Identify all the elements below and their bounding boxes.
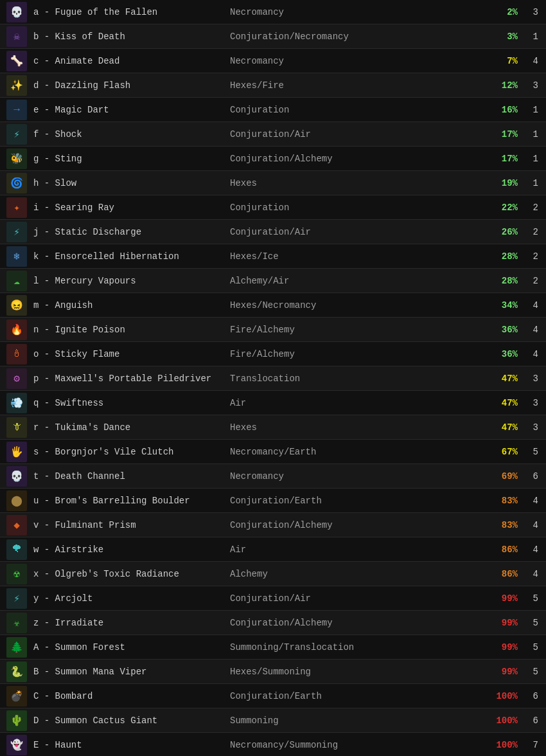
spell-name: q - Swiftness xyxy=(31,398,230,408)
spell-level: 5 xyxy=(518,447,543,457)
spell-icon-cell: ☢ xyxy=(3,562,31,586)
spell-icon-cell: 🗡 xyxy=(3,416,31,439)
table-row[interactable]: ☁ l - Mercury Vapours Alchemy/Air 28% 2 xyxy=(0,269,546,293)
spell-name: B - Summon Mana Viper xyxy=(31,667,230,677)
table-row[interactable]: ⚡ y - Arcjolt Conjuration/Air 99% 5 xyxy=(0,586,546,611)
table-row[interactable]: ☠ b - Kiss of Death Conjuration/Necroman… xyxy=(0,24,546,49)
spell-level: 7 xyxy=(518,740,543,750)
spell-level: 6 xyxy=(518,716,543,726)
spell-icon-cell: ✦ xyxy=(3,196,31,219)
spell-school: Conjuration xyxy=(230,105,479,115)
spell-pct: 34% xyxy=(479,300,518,310)
table-row[interactable]: ⬤ u - Brom's Barrelling Boulder Conjurat… xyxy=(0,489,546,513)
table-row[interactable]: 🐍 B - Summon Mana Viper Hexes/Summoning … xyxy=(0,660,546,684)
spell-name: E - Haunt xyxy=(31,740,230,750)
spell-icon: ⬤ xyxy=(6,491,27,511)
spell-icon: ⚡ xyxy=(6,588,27,609)
table-row[interactable]: 🐝 g - Sting Conjuration/Alchemy 17% 1 xyxy=(0,147,546,171)
table-row[interactable]: 🕯 o - Sticky Flame Fire/Alchemy 36% 4 xyxy=(0,342,546,366)
spell-school: Hexes/Summoning xyxy=(230,667,479,677)
spell-name: x - Olgreb's Toxic Radiance xyxy=(31,569,230,579)
spell-name: A - Summon Forest xyxy=(31,642,230,652)
spell-school: Conjuration xyxy=(230,203,479,213)
spell-icon: 🐝 xyxy=(6,148,27,169)
table-row[interactable]: 🌀 h - Slow Hexes 19% 1 xyxy=(0,171,546,195)
table-row[interactable]: ⚙ p - Maxwell's Portable Piledriver Tran… xyxy=(0,366,546,391)
table-row[interactable]: → e - Magic Dart Conjuration 16% 1 xyxy=(0,98,546,122)
spell-level: 1 xyxy=(518,129,543,140)
spell-pct: 47% xyxy=(479,422,518,433)
table-row[interactable]: ✨ d - Dazzling Flash Hexes/Fire 12% 3 xyxy=(0,73,546,98)
spell-icon-cell: 🌪 xyxy=(3,538,31,561)
table-row[interactable]: 🔥 n - Ignite Poison Fire/Alchemy 36% 4 xyxy=(0,318,546,342)
spell-pct: 99% xyxy=(479,667,518,677)
spell-school: Alchemy xyxy=(230,569,479,579)
spell-school: Necromancy/Earth xyxy=(230,447,479,457)
spell-icon: ✨ xyxy=(6,75,27,96)
table-row[interactable]: 🗡 r - Tukima's Dance Hexes 47% 3 xyxy=(0,415,546,440)
spell-icon: 💣 xyxy=(6,686,27,706)
table-row[interactable]: ☣ z - Irradiate Conjuration/Alchemy 99% … xyxy=(0,611,546,635)
spell-icon: ☠ xyxy=(6,26,27,47)
spell-school: Conjuration/Alchemy xyxy=(230,618,479,628)
spell-school: Air xyxy=(230,398,479,408)
table-row[interactable]: 🌲 A - Summon Forest Summoning/Translocat… xyxy=(0,635,546,660)
spell-pct: 99% xyxy=(479,618,518,628)
spell-list: 💀 a - Fugue of the Fallen Necromancy 2% … xyxy=(0,0,546,756)
spell-icon: 😖 xyxy=(6,295,27,316)
spell-icon: ☢ xyxy=(6,564,27,584)
spell-pct: 16% xyxy=(479,105,518,115)
table-row[interactable]: 👻 E - Haunt Necromancy/Summoning 100% 7 xyxy=(0,733,546,756)
spell-level: 4 xyxy=(518,349,543,359)
spell-name: j - Static Discharge xyxy=(31,227,230,237)
table-row[interactable]: ⚡ f - Shock Conjuration/Air 17% 1 xyxy=(0,122,546,147)
spell-school: Necromancy/Summoning xyxy=(230,740,479,750)
spell-school: Translocation xyxy=(230,374,479,384)
spell-school: Hexes xyxy=(230,422,479,433)
spell-pct: 28% xyxy=(479,276,518,286)
spell-school: Summoning/Translocation xyxy=(230,642,479,652)
spell-level: 3 xyxy=(518,7,543,17)
spell-pct: 69% xyxy=(479,471,518,482)
spell-pct: 19% xyxy=(479,178,518,188)
spell-level: 3 xyxy=(518,398,543,408)
table-row[interactable]: 🦴 c - Animate Dead Necromancy 7% 4 xyxy=(0,49,546,73)
spell-level: 5 xyxy=(518,667,543,677)
spell-icon-cell: 💀 xyxy=(3,1,31,24)
spell-school: Conjuration/Earth xyxy=(230,691,479,701)
spell-icon: 🌵 xyxy=(6,710,27,731)
spell-name: w - Airstrike xyxy=(31,544,230,555)
spell-name: k - Ensorcelled Hibernation xyxy=(31,251,230,262)
spell-name: i - Searing Ray xyxy=(31,203,230,213)
table-row[interactable]: 🌪 w - Airstrike Air 86% 4 xyxy=(0,537,546,562)
spell-pct: 28% xyxy=(479,251,518,262)
spell-school: Fire/Alchemy xyxy=(230,349,479,359)
spell-icon-cell: 💀 xyxy=(3,465,31,488)
table-row[interactable]: 🌵 D - Summon Cactus Giant Summoning 100%… xyxy=(0,708,546,733)
table-row[interactable]: 😖 m - Anguish Hexes/Necromancy 34% 4 xyxy=(0,293,546,318)
table-row[interactable]: 💀 t - Death Channel Necromancy 69% 6 xyxy=(0,464,546,489)
spell-icon-cell: 💣 xyxy=(3,685,31,708)
table-row[interactable]: ❄ k - Ensorcelled Hibernation Hexes/Ice … xyxy=(0,244,546,269)
spell-school: Conjuration/Earth xyxy=(230,496,479,506)
spell-name: z - Irradiate xyxy=(31,618,230,628)
spell-level: 3 xyxy=(518,422,543,433)
spell-school: Necromancy xyxy=(230,471,479,482)
table-row[interactable]: ◆ v - Fulminant Prism Conjuration/Alchem… xyxy=(0,513,546,537)
table-row[interactable]: 💀 a - Fugue of the Fallen Necromancy 2% … xyxy=(0,0,546,24)
spell-pct: 22% xyxy=(479,203,518,213)
table-row[interactable]: 🖐 s - Borgnjor's Vile Clutch Necromancy/… xyxy=(0,440,546,464)
spell-icon: ☁ xyxy=(6,271,27,291)
spell-level: 1 xyxy=(518,154,543,164)
spell-icon: 🌪 xyxy=(6,539,27,560)
spell-school: Conjuration/Air xyxy=(230,227,479,237)
table-row[interactable]: ☢ x - Olgreb's Toxic Radiance Alchemy 86… xyxy=(0,562,546,586)
table-row[interactable]: ⚡ j - Static Discharge Conjuration/Air 2… xyxy=(0,220,546,244)
spell-name: s - Borgnjor's Vile Clutch xyxy=(31,447,230,457)
spell-name: n - Ignite Poison xyxy=(31,325,230,335)
table-row[interactable]: ✦ i - Searing Ray Conjuration 22% 2 xyxy=(0,195,546,220)
spell-pct: 17% xyxy=(479,129,518,140)
table-row[interactable]: 💨 q - Swiftness Air 47% 3 xyxy=(0,391,546,415)
table-row[interactable]: 💣 C - Bombard Conjuration/Earth 100% 6 xyxy=(0,684,546,708)
spell-name: a - Fugue of the Fallen xyxy=(31,7,230,17)
